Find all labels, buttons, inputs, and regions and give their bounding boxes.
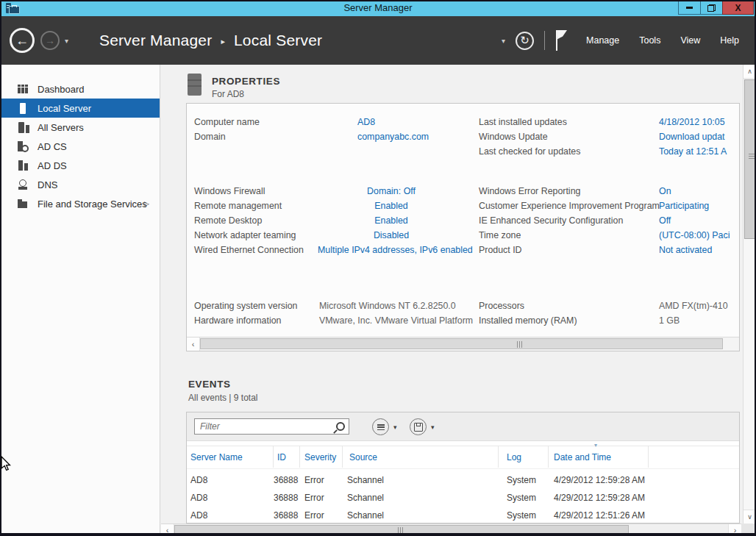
close-button[interactable]: X bbox=[722, 1, 754, 15]
property-label: Product ID bbox=[479, 245, 522, 255]
breadcrumb-current[interactable]: Local Server bbox=[234, 32, 322, 49]
property-value-link[interactable]: Enabled bbox=[318, 201, 465, 211]
sidebar-item-dns[interactable]: DNS bbox=[1, 175, 160, 194]
column-header-date-time[interactable]: Date and Time bbox=[554, 452, 611, 462]
property-label: Windows Update bbox=[479, 132, 548, 142]
property-value-link[interactable]: companyabc.com bbox=[357, 132, 429, 142]
back-icon: ← bbox=[15, 33, 29, 49]
panel-dropdown-caret[interactable]: ▾ bbox=[502, 37, 505, 45]
sidebar: Dashboard Local Server All Servers AD CS… bbox=[1, 65, 160, 533]
breadcrumb-root[interactable]: Server Manager bbox=[99, 32, 212, 49]
sidebar-item-ad-ds[interactable]: AD DS bbox=[1, 156, 160, 175]
events-panel: ▾ ▾ Server Name ID Severity Source Log D… bbox=[186, 412, 740, 524]
property-label: Windows Error Reporting bbox=[479, 186, 580, 196]
property-value-link[interactable]: Enabled bbox=[318, 215, 465, 226]
menu-manage[interactable]: Manage bbox=[586, 35, 619, 46]
minimize-icon bbox=[686, 7, 693, 9]
scrollbar-thumb[interactable] bbox=[200, 338, 723, 349]
property-value-link[interactable]: AD8 bbox=[357, 117, 375, 127]
property-value-link[interactable]: Disabled bbox=[318, 230, 465, 240]
minimize-button[interactable] bbox=[678, 1, 701, 15]
export-dropdown-caret[interactable]: ▾ bbox=[431, 424, 435, 431]
property-value-link[interactable]: Participating bbox=[659, 201, 740, 211]
event-cell-log: System bbox=[507, 489, 536, 507]
property-label: IE Enhanced Security Configuration bbox=[479, 215, 623, 226]
refresh-button[interactable]: ↻ bbox=[516, 32, 534, 50]
column-header-server-name[interactable]: Server Name bbox=[190, 452, 243, 462]
filter-input[interactable] bbox=[194, 418, 349, 435]
sidebar-item-all-servers[interactable]: All Servers bbox=[1, 118, 160, 137]
event-cell-datetime: 4/29/2012 12:51:26 AM bbox=[554, 507, 645, 524]
property-value-link[interactable]: Domain: Off bbox=[318, 186, 465, 196]
titlebar: Server Manager X bbox=[0, 0, 756, 17]
sidebar-item-local-server[interactable]: Local Server bbox=[1, 99, 160, 118]
property-label: Network adapter teaming bbox=[194, 230, 296, 240]
event-cell-severity: Error bbox=[304, 489, 324, 507]
sort-indicator-icon: ▾ bbox=[594, 442, 597, 449]
column-header-log[interactable]: Log bbox=[507, 452, 521, 462]
dns-globe-icon bbox=[18, 179, 27, 190]
tasks-button[interactable] bbox=[372, 418, 389, 435]
property-label: Hardware information bbox=[194, 315, 281, 326]
sidebar-item-label: Local Server bbox=[38, 103, 91, 114]
event-cell-id: 36888 bbox=[274, 489, 295, 507]
property-value: Microsoft Windows NT 6.2.8250.0 bbox=[319, 301, 456, 311]
properties-tile-icon bbox=[188, 74, 202, 96]
event-cell-server: AD8 bbox=[190, 471, 207, 489]
event-cell-server: AD8 bbox=[190, 489, 207, 507]
breadcrumb-separator-icon: ▸ bbox=[221, 37, 225, 46]
maximize-button[interactable] bbox=[700, 1, 723, 15]
property-value-link[interactable]: (UTC-08:00) Paci bbox=[659, 230, 740, 240]
servers-icon bbox=[18, 122, 24, 133]
property-label: Last installed updates bbox=[479, 117, 567, 127]
event-cell-datetime: 4/29/2012 12:59:28 AM bbox=[554, 489, 645, 507]
properties-heading: PROPERTIES bbox=[212, 76, 280, 87]
sidebar-item-label: Dashboard bbox=[38, 84, 85, 95]
properties-horizontal-scrollbar[interactable]: ‹ bbox=[187, 337, 739, 351]
forward-button[interactable]: → bbox=[40, 31, 60, 50]
property-label: Windows Firewall bbox=[194, 186, 265, 196]
certificate-services-icon bbox=[18, 141, 23, 151]
event-cell-datetime: 4/29/2012 12:59:28 AM bbox=[554, 471, 645, 489]
event-row[interactable]: AD8 36888 Error Schannel System 4/29/201… bbox=[187, 471, 739, 489]
scroll-left-button[interactable]: ‹ bbox=[187, 337, 200, 351]
property-value: VMware, Inc. VMware Virtual Platform bbox=[319, 315, 473, 326]
property-value-link[interactable]: Download updat bbox=[659, 132, 740, 142]
menu-help[interactable]: Help bbox=[720, 35, 739, 46]
column-header-id[interactable]: ID bbox=[277, 452, 286, 462]
sidebar-item-ad-cs[interactable]: AD CS bbox=[1, 137, 160, 156]
property-label: Computer name bbox=[194, 117, 260, 127]
property-value-link[interactable]: Not activated bbox=[659, 245, 740, 255]
back-button[interactable]: ← bbox=[10, 28, 35, 53]
sidebar-item-file-storage-services[interactable]: File and Storage Services ▷ bbox=[1, 194, 160, 213]
export-button[interactable] bbox=[410, 418, 427, 435]
column-header-severity[interactable]: Severity bbox=[304, 452, 336, 462]
property-label: Time zone bbox=[479, 230, 521, 240]
navigation-bar: ← → ▾ Server Manager ▸ Local Server ▾ ↻ … bbox=[0, 16, 756, 65]
events-table-header: Server Name ID Severity Source Log Date … bbox=[187, 446, 739, 469]
event-cell-id: 36888 bbox=[274, 507, 295, 524]
search-icon[interactable] bbox=[336, 422, 345, 431]
menu-tools[interactable]: Tools bbox=[639, 35, 660, 46]
events-filter-bar: ▾ ▾ bbox=[187, 412, 739, 441]
column-header-source[interactable]: Source bbox=[349, 452, 377, 462]
scrollbar-thumb[interactable] bbox=[744, 79, 755, 239]
property-value-link[interactable]: 4/18/2012 10:05 bbox=[659, 117, 740, 127]
expand-chevron-icon[interactable]: ▷ bbox=[144, 200, 149, 207]
menu-view[interactable]: View bbox=[680, 35, 700, 46]
event-row[interactable]: AD8 36888 Error Schannel System 4/29/201… bbox=[187, 489, 739, 507]
property-value-link[interactable]: Today at 12:51 A bbox=[659, 146, 740, 157]
event-row[interactable]: AD8 36888 Error Schannel System 4/29/201… bbox=[187, 507, 739, 524]
property-value-link[interactable]: Off bbox=[659, 215, 740, 226]
history-dropdown-caret[interactable]: ▾ bbox=[65, 37, 68, 45]
notifications-flag-button[interactable] bbox=[555, 30, 567, 51]
property-label: Domain bbox=[194, 132, 226, 142]
sidebar-item-dashboard[interactable]: Dashboard bbox=[1, 79, 160, 99]
property-value-link[interactable]: On bbox=[659, 186, 740, 196]
property-label: Installed memory (RAM) bbox=[479, 315, 577, 326]
property-value-link[interactable]: Multiple IPv4 addresses, IPv6 enabled bbox=[318, 245, 465, 255]
tasks-list-icon bbox=[377, 424, 385, 430]
property-label: Remote Desktop bbox=[194, 215, 262, 226]
flag-icon bbox=[556, 30, 557, 51]
tasks-dropdown-caret[interactable]: ▾ bbox=[393, 424, 397, 431]
